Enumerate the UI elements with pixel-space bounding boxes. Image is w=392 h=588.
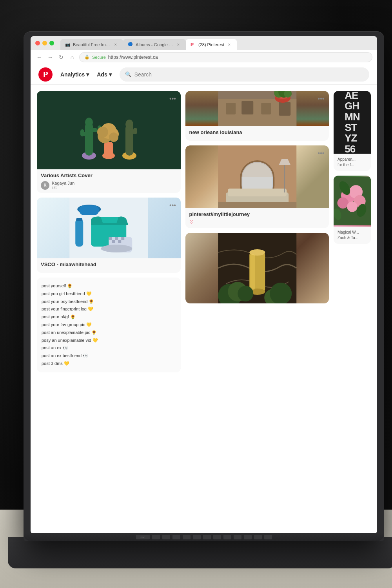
text-line-10: post an ex bestfriend 👀 — [42, 352, 176, 360]
tab-unsplash-label: Beautiful Free Images & Pictu... — [73, 42, 111, 47]
f10-key[interactable] — [244, 535, 252, 539]
close-button[interactable] — [35, 41, 40, 45]
svg-point-2 — [85, 118, 93, 127]
tab-pinterest-close[interactable]: ✕ — [227, 42, 232, 47]
address-bar: ← → ↻ ⌂ 🔒 Secure https://www.pinterest.c… — [31, 50, 377, 64]
tab-google-photos[interactable]: 🔵 Albums - Google Photos ✕ — [123, 39, 186, 50]
pinterest-logo[interactable]: P — [38, 67, 53, 82]
pin-vsco-title: VSCO - miaawhitehead — [41, 261, 177, 267]
analytics-menu[interactable]: Analytics ▾ — [60, 71, 89, 78]
pin-new-orleans-title: new orleans louisiana — [189, 129, 325, 135]
f8-key[interactable] — [223, 535, 231, 539]
pin-text-list-image: post yourself 🌻 post you girl bestfriend… — [37, 278, 181, 372]
f4-key[interactable] — [183, 535, 191, 539]
svg-rect-46 — [218, 202, 296, 208]
svg-rect-22 — [75, 219, 83, 247]
heart-icon: ♡ — [189, 220, 194, 225]
pin-interior-image — [185, 145, 329, 208]
unsplash-favicon: 📷 — [65, 42, 71, 47]
f1-key[interactable] — [152, 535, 160, 539]
f7-key[interactable] — [213, 535, 221, 539]
pin-column-2: new orleans louisiana ••• — [185, 91, 329, 528]
pin-new-orleans-image — [185, 91, 329, 126]
pin-plants[interactable]: Various Artists Cover K Kagaya Jun ilst … — [37, 91, 181, 193]
svg-point-64 — [347, 201, 358, 212]
ads-chevron: ▾ — [109, 71, 112, 78]
tab-pinterest[interactable]: P (28) Pinterest ✕ — [186, 39, 237, 50]
svg-rect-31 — [261, 103, 271, 114]
svg-rect-8 — [104, 142, 113, 156]
search-bar[interactable]: 🔍 Search — [120, 67, 369, 82]
f2-key[interactable] — [162, 535, 170, 539]
pin-plants-info: Various Artists Cover K Kagaya Jun ilst — [37, 169, 181, 193]
f6-key[interactable] — [203, 535, 211, 539]
f3-key[interactable] — [172, 535, 180, 539]
svg-rect-3 — [89, 128, 98, 132]
browser-tabs: 📷 Beautiful Free Images & Pictu... ✕ 🔵 A… — [60, 36, 372, 50]
pin-column-3: AEGHMNSTYZ56 Apparen...for the f... — [334, 91, 371, 528]
maximize-button[interactable] — [49, 41, 54, 45]
f12-key[interactable] — [264, 535, 272, 539]
pin-typography-title: Apparen...for the f... — [338, 157, 367, 168]
pinterest-navbar: P Analytics ▾ Ads ▾ 🔍 Search — [31, 64, 377, 85]
pin-plants-user: K Kagaya Jun ilst — [41, 181, 177, 190]
pin-column-1: Various Artists Cover K Kagaya Jun ilst … — [37, 91, 181, 528]
pinterest-content: Various Artists Cover K Kagaya Jun ilst … — [31, 85, 377, 534]
svg-rect-18 — [133, 128, 137, 134]
home-button[interactable]: ⌂ — [68, 53, 76, 61]
screen-bezel: 📷 Beautiful Free Images & Pictu... ✕ 🔵 A… — [31, 36, 377, 534]
tab-pinterest-label: (28) Pinterest — [198, 42, 224, 47]
title-bar: 📷 Beautiful Free Images & Pictu... ✕ 🔵 A… — [31, 36, 377, 50]
tab-google-photos-label: Albums - Google Photos — [136, 42, 173, 47]
pin-plants-sublabel: ilst — [52, 185, 74, 190]
f5-key[interactable] — [193, 535, 201, 539]
typography-text: AEGHMNSTYZ56 — [341, 91, 363, 154]
esc-key[interactable]: esc — [136, 535, 150, 539]
browser-window: 📷 Beautiful Free Images & Pictu... ✕ 🔵 A… — [31, 36, 377, 534]
text-line-8: posy an unexplainable vid 💛 — [42, 337, 176, 345]
pin-vsco[interactable]: VSCO - miaawhitehead ••• — [37, 198, 181, 273]
lock-icon: 🔒 — [84, 54, 90, 60]
pin-text-list[interactable]: post yourself 🌻 post you girl bestfriend… — [37, 278, 181, 372]
analytics-chevron: ▾ — [86, 71, 89, 78]
svg-point-26 — [101, 245, 132, 252]
svg-point-16 — [125, 120, 133, 129]
text-line-6: post your fav group pic 💛 — [42, 321, 176, 329]
pin-new-orleans-more[interactable]: ••• — [316, 94, 326, 103]
search-icon: 🔍 — [125, 71, 131, 77]
f9-key[interactable] — [234, 535, 241, 539]
pin-marble[interactable] — [185, 233, 329, 303]
tab-unsplash[interactable]: 📷 Beautiful Free Images & Pictu... ✕ — [60, 39, 123, 50]
ads-menu[interactable]: Ads ▾ — [97, 71, 111, 78]
text-line-5: post your bf/gf 🌻 — [42, 313, 176, 321]
forward-button[interactable]: → — [46, 53, 54, 61]
keyboard-hint: esc — [24, 533, 384, 541]
pin-plants-more[interactable]: ••• — [168, 94, 178, 103]
svg-rect-53 — [250, 254, 255, 290]
url-bar[interactable]: 🔒 Secure https://www.pinterest.ca — [79, 52, 372, 62]
svg-rect-1 — [85, 122, 93, 156]
pin-floral[interactable]: Magical W...Zach & Ta... — [334, 176, 371, 244]
pinterest-logo-letter: P — [43, 69, 48, 80]
tab-unsplash-close[interactable]: ✕ — [113, 42, 118, 47]
pin-vsco-image — [37, 198, 181, 258]
svg-rect-45 — [228, 189, 287, 196]
svg-point-56 — [238, 286, 253, 301]
svg-point-62 — [338, 198, 349, 209]
pin-interior[interactable]: pinterest//mylittlejourney ♡ ••• — [185, 145, 329, 228]
text-line-11: post 3 dms 💛 — [42, 360, 176, 368]
pin-vsco-more[interactable]: ••• — [168, 201, 178, 210]
pin-new-orleans[interactable]: new orleans louisiana ••• — [185, 91, 329, 141]
svg-point-13 — [109, 132, 118, 142]
text-line-2: post you girl bestfriend 💛 — [42, 290, 176, 298]
refresh-button[interactable]: ↻ — [57, 53, 65, 61]
back-button[interactable]: ← — [35, 53, 43, 61]
svg-rect-32 — [279, 102, 290, 116]
pin-typography[interactable]: AEGHMNSTYZ56 Apparen...for the f... — [334, 91, 371, 171]
url-text: https://www.pinterest.ca — [108, 54, 158, 60]
pin-interior-more[interactable]: ••• — [316, 149, 326, 158]
svg-rect-29 — [226, 103, 236, 114]
minimize-button[interactable] — [42, 41, 47, 45]
f11-key[interactable] — [254, 535, 262, 539]
tab-google-photos-close[interactable]: ✕ — [176, 42, 181, 47]
